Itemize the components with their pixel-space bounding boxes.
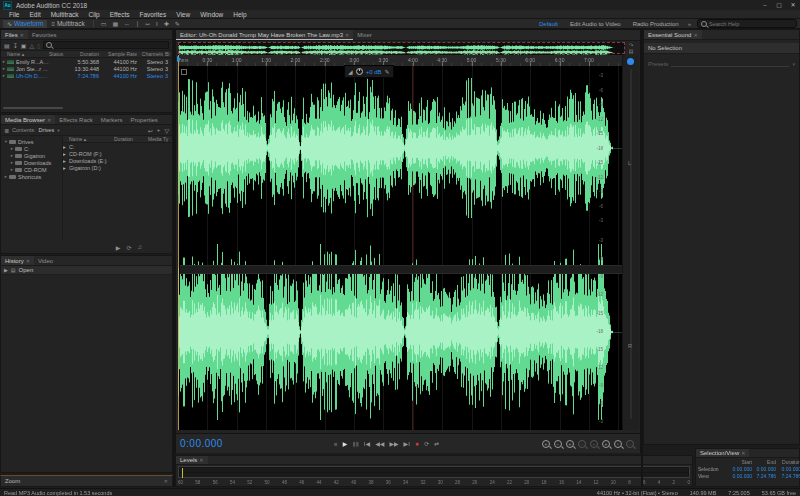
- trash-icon[interactable]: ▯: [37, 42, 40, 49]
- tab-effects-rack[interactable]: Effects Rack: [55, 115, 97, 124]
- menu-effects[interactable]: Effects: [105, 11, 135, 18]
- close-icon[interactable]: ✕: [741, 450, 745, 456]
- zoom-to-selection-button[interactable]: ▫: [614, 440, 622, 448]
- waveform-display[interactable]: -3-6-9-12-15-18-15-12-9-6-3 -3-6-9-12-15…: [178, 66, 623, 430]
- close-icon[interactable]: ✕: [693, 32, 697, 38]
- tab-levels[interactable]: Levels✕: [176, 456, 208, 464]
- autoplay-icon[interactable]: ♫: [138, 244, 143, 251]
- file-row[interactable]: ▸Jon Ste...r Show Desk.mp313:30.44844100…: [1, 65, 172, 72]
- menu-view[interactable]: View: [171, 11, 195, 18]
- drive-row[interactable]: ▸C:: [63, 143, 172, 150]
- gain-value[interactable]: +0 dB: [366, 69, 382, 75]
- col-status[interactable]: Status: [49, 51, 65, 57]
- menu-window[interactable]: Window: [195, 11, 228, 18]
- minimize-button[interactable]: –: [758, 0, 772, 10]
- tree-item[interactable]: ▸Gigatron: [1, 152, 62, 159]
- loop-icon[interactable]: ⟳: [126, 244, 131, 251]
- col-name[interactable]: Name ▴: [7, 51, 49, 57]
- slip-tool-icon[interactable]: ⇿: [142, 20, 153, 27]
- pencil-icon[interactable]: ✎: [384, 68, 389, 75]
- media-column-headers[interactable]: Name ▴ Duration Media Ty: [63, 136, 172, 143]
- waveform-overview[interactable]: [178, 42, 625, 54]
- maximize-button[interactable]: ▢: [772, 0, 786, 10]
- close-icon[interactable]: ✕: [20, 32, 24, 38]
- playhead-marker[interactable]: [177, 56, 181, 62]
- zoom-out-full-button[interactable]: −: [626, 440, 634, 448]
- search-input[interactable]: [709, 21, 789, 27]
- skip-to-end-button[interactable]: ▶I: [404, 439, 410, 449]
- workspace-tab-edit-audio-to-video[interactable]: Edit Audio to Video: [567, 21, 624, 27]
- tab-favorites[interactable]: Favorites: [28, 30, 61, 39]
- splitter[interactable]: [173, 29, 175, 487]
- drive-row[interactable]: ▸CD-ROM (F:): [63, 150, 172, 157]
- tree-toggle-icon[interactable]: ≣: [4, 127, 9, 134]
- zoom-panel-tab[interactable]: Zoom ✕: [0, 475, 173, 487]
- gain-hud[interactable]: ◢ +0 dB ✎: [344, 65, 394, 78]
- col-channels[interactable]: Channels: [139, 51, 165, 57]
- monitor-icon[interactable]: ▭: [98, 20, 110, 27]
- tab-properties[interactable]: Properties: [126, 115, 161, 124]
- grid-view-icon[interactable]: ▤: [629, 49, 634, 54]
- add-shortcut-icon[interactable]: +: [157, 127, 161, 134]
- skip-to-start-button[interactable]: I◀: [364, 439, 370, 449]
- col-bit-depth[interactable]: Bi: [165, 51, 172, 57]
- level-meter[interactable]: [178, 466, 690, 478]
- file-row[interactable]: ▸Uh-Oh D...en The Law.mp37:24.78644100 H…: [1, 72, 172, 79]
- col-media-type[interactable]: Media Ty: [148, 136, 172, 142]
- vertical-scrollbar[interactable]: [630, 69, 632, 419]
- import-file-icon[interactable]: ↧: [13, 42, 18, 49]
- time-selection-tool-icon[interactable]: I: [153, 21, 161, 27]
- pencil-tool-icon[interactable]: ✎: [172, 20, 183, 27]
- insert-multitrack-icon[interactable]: △: [29, 42, 34, 49]
- close-button[interactable]: ✕: [786, 0, 800, 10]
- splitter[interactable]: [641, 29, 643, 487]
- col-duration[interactable]: Duration: [65, 51, 101, 57]
- menu-help[interactable]: Help: [228, 11, 251, 18]
- zoom-in-time-button[interactable]: +: [542, 440, 550, 448]
- menu-edit[interactable]: Edit: [24, 11, 45, 18]
- open-file-icon[interactable]: ▤: [4, 42, 10, 49]
- tab-media-browser[interactable]: Media Browser✕: [1, 115, 55, 124]
- close-icon[interactable]: ✕: [164, 478, 168, 484]
- col-sample-rate[interactable]: Sample Rate: [101, 51, 139, 57]
- zoom-in-at-out-point-button[interactable]: +: [602, 440, 610, 448]
- workspace-tab-radio-production[interactable]: Radio Production: [630, 21, 682, 27]
- multitrack-mode-button[interactable]: ≡ Multitrack: [47, 20, 88, 28]
- tree-item[interactable]: ▾Drives: [1, 138, 62, 145]
- menu-file[interactable]: File: [4, 11, 24, 18]
- tree-item[interactable]: ▸Shortcuts: [1, 173, 62, 180]
- close-icon[interactable]: ✕: [47, 117, 51, 123]
- time-display[interactable]: 0:00.000: [180, 438, 223, 449]
- files-search-field[interactable]: [43, 41, 169, 49]
- tree-item[interactable]: ▸C:: [1, 145, 62, 152]
- drive-row[interactable]: ▸Downloads (E:): [63, 157, 172, 164]
- tab-selection-view[interactable]: Selection/View✕: [696, 449, 749, 457]
- col-duration[interactable]: Duration: [114, 136, 148, 142]
- tab-mixer[interactable]: Mixer: [353, 30, 376, 40]
- zoom-out-time-button[interactable]: −: [554, 440, 562, 448]
- col-name[interactable]: Name ▴: [69, 136, 114, 142]
- tab-files[interactable]: Files✕: [1, 30, 28, 39]
- skip-selection-button[interactable]: ⇄: [434, 439, 439, 449]
- filter-icon[interactable]: ▽: [164, 127, 169, 134]
- pause-button[interactable]: ▮▮: [352, 439, 359, 449]
- play-icon[interactable]: ▶: [116, 244, 121, 251]
- history-back-icon[interactable]: ↩: [148, 127, 153, 134]
- move-tool-icon[interactable]: ⇔: [121, 21, 133, 27]
- tree-item[interactable]: ▸Downloads: [1, 159, 62, 166]
- spectral-display-icon[interactable]: ▦: [109, 20, 121, 27]
- tree-item[interactable]: ▸CD-ROM: [1, 166, 62, 173]
- workspace-overflow-icon[interactable]: »: [688, 21, 691, 27]
- new-content-icon[interactable]: ▣: [21, 42, 27, 49]
- zoom-in-amplitude-button[interactable]: +: [566, 440, 574, 448]
- files-column-headers[interactable]: Name ▴ Status Duration Sample Rate Chann…: [1, 51, 172, 58]
- zoom-in-at-in-point-button[interactable]: +: [590, 440, 598, 448]
- stop-button[interactable]: ■: [334, 439, 338, 449]
- history-item[interactable]: ▶▤Open: [1, 266, 172, 275]
- tab-video[interactable]: Video: [34, 256, 57, 265]
- tab-history[interactable]: History✕: [1, 256, 34, 265]
- tab-essential-sound[interactable]: Essential Sound✕: [644, 30, 702, 39]
- close-icon[interactable]: ✕: [345, 32, 349, 38]
- vertical-zoom-handle[interactable]: [627, 58, 634, 65]
- files-hscrollbar[interactable]: [3, 107, 63, 109]
